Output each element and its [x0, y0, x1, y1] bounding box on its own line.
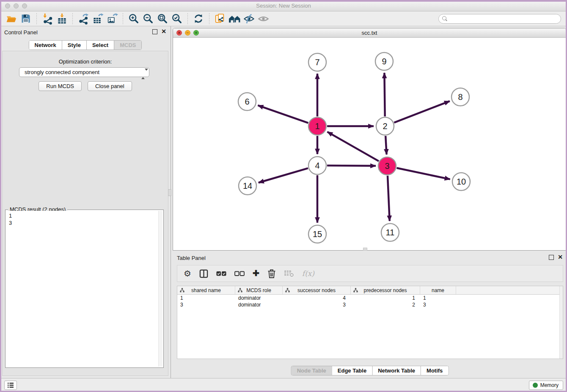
- graph-edge-3-10[interactable]: [397, 168, 450, 179]
- export-table-button[interactable]: [91, 12, 105, 25]
- mcds-result-textarea[interactable]: 13: [6, 211, 162, 367]
- optimization-criterion-label: Optimization criterion:: [3, 58, 168, 65]
- select-all-columns-icon[interactable]: [216, 268, 226, 279]
- tab-edge-table[interactable]: Edge Table: [332, 366, 372, 375]
- column-type-icon: [353, 288, 358, 293]
- network-maximize-button[interactable]: +: [193, 30, 199, 36]
- tab-network[interactable]: Network: [29, 41, 62, 50]
- network-canvas[interactable]: 7968124314101511: [173, 38, 566, 250]
- zoom-in-icon: [128, 13, 139, 24]
- cell-name[interactable]: 1: [420, 295, 456, 301]
- save-session-button[interactable]: [19, 12, 33, 25]
- run-mcds-button[interactable]: Run MCDS: [39, 81, 82, 91]
- tab-mcds[interactable]: MCDS: [114, 41, 141, 50]
- save-floppy-icon: [21, 14, 31, 24]
- column-header-name[interactable]: name: [420, 286, 456, 294]
- column-header-predecessor-nodes[interactable]: predecessor nodes: [351, 286, 420, 294]
- zoom-selected-button[interactable]: [170, 12, 184, 25]
- open-session-button[interactable]: [4, 12, 19, 25]
- zoom-out-button[interactable]: [141, 12, 155, 25]
- zoom-fit-button[interactable]: [155, 12, 170, 25]
- cell-name[interactable]: 3: [420, 302, 456, 308]
- cell-predecessor-nodes[interactable]: 2: [351, 302, 420, 308]
- close-panel-icon[interactable]: ✕: [558, 254, 563, 260]
- delete-column-icon[interactable]: [267, 268, 276, 279]
- task-history-button[interactable]: [4, 381, 17, 390]
- cell-shared-name[interactable]: 3: [177, 302, 235, 308]
- graph-edge-3-11[interactable]: [388, 176, 390, 221]
- close-panel-button[interactable]: Close panel: [88, 81, 132, 91]
- graph-edge-3-1[interactable]: [328, 132, 379, 161]
- unselect-all-columns-icon[interactable]: [234, 268, 245, 279]
- search-input[interactable]: [438, 14, 561, 24]
- export-image-button[interactable]: [105, 12, 119, 25]
- graph-edge-2-3[interactable]: [385, 136, 386, 155]
- graph-node-label-3: 3: [385, 161, 389, 171]
- float-panel-icon[interactable]: [152, 29, 157, 34]
- cell-mcds-role[interactable]: dominator: [235, 295, 283, 301]
- window-resize-grip[interactable]: [363, 248, 367, 251]
- table-settings-icon[interactable]: ⚙: [184, 268, 191, 279]
- graph-node-label-9: 9: [382, 57, 386, 66]
- import-network-button[interactable]: [40, 12, 55, 25]
- network-close-button[interactable]: ×: [176, 30, 182, 36]
- table-scrollbar[interactable]: [559, 286, 563, 359]
- graph-node-label-4: 4: [315, 161, 319, 170]
- column-header-shared-name[interactable]: shared name: [177, 286, 235, 294]
- splitter-grip[interactable]: [168, 189, 171, 196]
- column-type-icon: [285, 288, 290, 293]
- float-panel-icon[interactable]: [549, 255, 554, 260]
- graph-node-label-6: 6: [245, 97, 249, 106]
- first-neighbors-button[interactable]: [227, 12, 242, 25]
- tab-network-table[interactable]: Network Table: [372, 366, 421, 375]
- criterion-dropdown[interactable]: strongly connected component: [19, 67, 149, 77]
- column-header-mcds-role[interactable]: MCDS role: [235, 286, 283, 294]
- graph-edge-2-9[interactable]: [384, 73, 385, 116]
- mcds-result-line: 1: [9, 212, 160, 219]
- delete-table-icon[interactable]: [284, 268, 294, 279]
- show-all-button[interactable]: [256, 12, 270, 25]
- graph-edge-4-14[interactable]: [259, 168, 308, 182]
- show-columns-icon[interactable]: [199, 268, 208, 279]
- import-table-button[interactable]: [55, 12, 69, 25]
- tab-select[interactable]: Select: [86, 41, 114, 50]
- tab-style[interactable]: Style: [62, 41, 86, 50]
- column-header-filler: [456, 286, 563, 294]
- import-table-icon: [56, 13, 68, 25]
- close-panel-icon[interactable]: ✕: [161, 29, 166, 34]
- mcds-panel: Optimization criterion: strongly connect…: [2, 51, 168, 376]
- graph-edge-4-3[interactable]: [327, 166, 376, 166]
- table-row[interactable]: 1dominator411: [177, 295, 563, 301]
- export-network-button[interactable]: [76, 12, 91, 25]
- cell-predecessor-nodes[interactable]: 1: [351, 295, 420, 301]
- dropdown-stepper-icon: [141, 69, 145, 78]
- cell-mcds-role[interactable]: dominator: [235, 302, 283, 308]
- criterion-value: strongly connected component: [25, 69, 99, 75]
- application-window: Session: New Session: [0, 0, 567, 392]
- table-header-row: shared nameMCDS rolesuccessor nodesprede…: [177, 286, 563, 295]
- zoom-in-button[interactable]: [127, 12, 141, 25]
- cell-successor-nodes[interactable]: 3: [283, 302, 351, 308]
- hide-selected-button[interactable]: [242, 12, 256, 25]
- cell-shared-name[interactable]: 1: [177, 295, 235, 301]
- graph-edge-1-6[interactable]: [258, 105, 308, 123]
- open-folder-icon: [6, 13, 17, 24]
- add-column-icon[interactable]: ✚: [253, 268, 259, 279]
- cell-successor-nodes[interactable]: 4: [283, 295, 351, 301]
- graph-edge-2-8[interactable]: [394, 101, 449, 123]
- tab-node-table[interactable]: Node Table: [292, 366, 332, 375]
- column-header-label: name: [432, 287, 444, 293]
- network-minimize-button[interactable]: −: [185, 30, 190, 36]
- title-bar: Session: New Session: [0, 0, 567, 11]
- tab-motifs[interactable]: Motifs: [421, 366, 448, 375]
- table-row[interactable]: 3dominator323: [177, 301, 563, 308]
- column-header-successor-nodes[interactable]: successor nodes: [283, 286, 351, 294]
- clone-network-button[interactable]: [213, 12, 227, 25]
- network-graph: 7968124314101511: [173, 38, 566, 251]
- apply-layout-button[interactable]: [191, 12, 206, 25]
- main-toolbar: [0, 11, 567, 26]
- memory-button[interactable]: Memory: [529, 381, 563, 390]
- result-scrollbar[interactable]: [158, 211, 162, 367]
- list-icon: [7, 382, 14, 388]
- function-builder-icon[interactable]: f(x): [302, 268, 314, 279]
